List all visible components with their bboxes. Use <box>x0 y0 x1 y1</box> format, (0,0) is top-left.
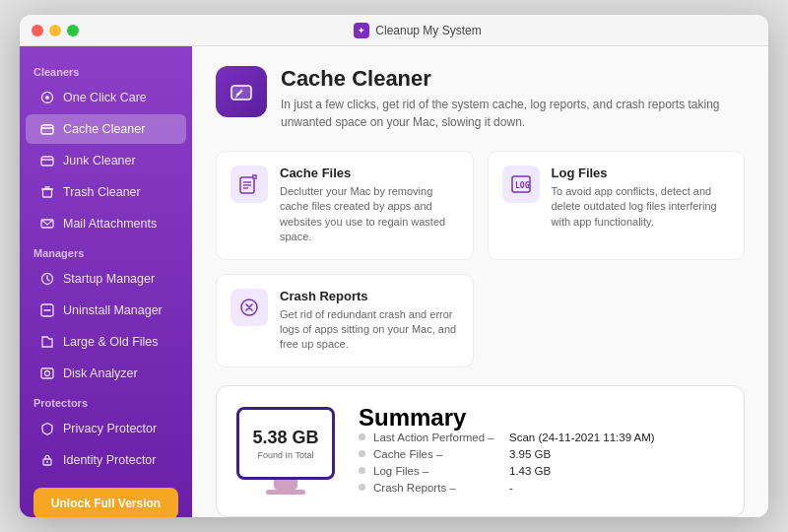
sidebar-item-uninstall-manager[interactable]: Uninstall Manager <box>26 296 186 325</box>
svg-text:LOG: LOG <box>515 181 530 190</box>
feature-title: Cache Files <box>280 166 459 180</box>
sidebar-bottom: Unlock Full Version <box>20 476 192 517</box>
sidebar-label: Large & Old Files <box>63 335 159 349</box>
svg-rect-4 <box>41 157 53 166</box>
sidebar-item-cache-cleaner[interactable]: Cache Cleaner <box>26 114 186 144</box>
summary-row-label: Log Files – <box>373 465 501 477</box>
summary-row-cache: Cache Files – 3.95 GB <box>359 448 655 460</box>
feature-card-cache-files: Cache Files Declutter your Mac by removi… <box>216 151 474 260</box>
svg-rect-13 <box>41 368 53 378</box>
cache-files-text: Cache Files Declutter your Mac by removi… <box>280 166 459 245</box>
managers-section-label: Managers <box>20 239 192 263</box>
sidebar-label: Trash Cleaner <box>63 185 141 199</box>
sidebar-label: Mail Attachments <box>63 217 157 231</box>
summary-row-value: 1.43 GB <box>509 465 551 477</box>
protectors-section-label: Protectors <box>20 389 192 413</box>
large-old-files-icon <box>39 334 55 350</box>
cache-cleaner-icon <box>39 121 55 137</box>
monitor-screen: 5.38 GB Found In Total <box>236 407 335 480</box>
unlock-full-version-button[interactable]: Unlock Full Version <box>33 488 178 517</box>
one-click-care-icon <box>39 90 55 105</box>
panel-header-icon <box>216 66 267 117</box>
summary-title: Summary <box>359 404 655 432</box>
summary-row-action: Last Action Performed – Scan (24-11-2021… <box>359 432 655 443</box>
sidebar-item-mail-attachments[interactable]: Mail Attachments <box>26 209 186 238</box>
feature-description: Get rid of redundant crash and error log… <box>280 307 459 353</box>
sidebar-label: Cache Cleaner <box>63 122 145 136</box>
panel-description: In just a few clicks, get rid of the sys… <box>281 96 745 131</box>
summary-box: 5.38 GB Found In Total Summary Last Acti… <box>216 385 745 517</box>
sidebar-item-trash-cleaner[interactable]: Trash Cleaner <box>26 177 186 207</box>
summary-monitor: 5.38 GB Found In Total <box>236 407 335 495</box>
privacy-protector-icon <box>39 421 55 436</box>
feature-title: Log Files <box>552 166 731 180</box>
close-button[interactable] <box>32 25 43 36</box>
summary-row-log: Log Files – 1.43 GB <box>359 465 655 477</box>
cleaners-section-label: Cleaners <box>20 58 192 82</box>
app-title: Cleanup My System <box>375 24 481 37</box>
feature-title: Crash Reports <box>280 289 459 303</box>
total-label: Found In Total <box>258 450 314 460</box>
feature-description: Declutter your Mac by removing cache fil… <box>280 184 459 245</box>
summary-details: Summary Last Action Performed – Scan (24… <box>359 404 655 499</box>
trash-cleaner-icon <box>39 184 55 200</box>
cache-files-icon <box>230 166 268 203</box>
summary-row-value: Scan (24-11-2021 11:39 AM) <box>509 432 655 443</box>
sidebar-label: Disk Analyzer <box>63 366 138 380</box>
sidebar-label: Junk Cleaner <box>63 154 136 167</box>
disk-analyzer-icon <box>39 366 55 381</box>
feature-card-crash-reports: Crash Reports Get rid of redundant crash… <box>216 274 474 367</box>
sidebar-item-privacy-protector[interactable]: Privacy Protector <box>26 414 186 443</box>
junk-cleaner-icon <box>39 153 55 168</box>
svg-point-16 <box>46 461 48 463</box>
app-icon: ✦ <box>354 23 369 38</box>
mail-icon <box>39 216 55 232</box>
log-files-icon: LOG <box>502 166 540 203</box>
summary-row-crash: Crash Reports – - <box>359 482 655 494</box>
monitor-base <box>266 490 305 495</box>
summary-row-label: Cache Files – <box>373 448 501 460</box>
svg-rect-6 <box>43 189 52 197</box>
total-size: 5.38 GB <box>252 428 318 448</box>
dot-icon <box>359 450 365 457</box>
summary-row-value: 3.95 GB <box>509 448 551 460</box>
svg-rect-2 <box>41 125 53 134</box>
sidebar-item-large-old-files[interactable]: Large & Old Files <box>26 327 186 357</box>
sidebar-item-startup-manager[interactable]: Startup Manager <box>26 264 186 294</box>
header-text: Cache Cleaner In just a few clicks, get … <box>281 66 745 131</box>
maximize-button[interactable] <box>67 25 79 36</box>
dot-icon <box>359 467 365 474</box>
traffic-lights <box>32 25 79 36</box>
log-files-text: Log Files To avoid app conflicts, detect… <box>552 166 731 230</box>
titlebar-title: ✦ Cleanup My System <box>79 23 756 38</box>
feature-card-log-files: LOG Log Files To avoid app conflicts, de… <box>488 151 746 260</box>
sidebar-item-junk-cleaner[interactable]: Junk Cleaner <box>26 146 186 175</box>
summary-row-label: Last Action Performed – <box>373 432 501 443</box>
titlebar: ✦ Cleanup My System <box>20 15 768 46</box>
feature-cards: Cache Files Declutter your Mac by removi… <box>216 151 745 367</box>
sidebar-label: Startup Manager <box>63 272 155 286</box>
main-content: Cleaners One Click Care Cache <box>20 46 768 517</box>
feature-description: To avoid app conflicts, detect and delet… <box>552 184 731 230</box>
sidebar-item-one-click-care[interactable]: One Click Care <box>26 83 186 112</box>
dot-icon <box>359 484 365 491</box>
crash-reports-text: Crash Reports Get rid of redundant crash… <box>280 289 459 353</box>
sidebar: Cleaners One Click Care Cache <box>20 46 192 517</box>
summary-row-label: Crash Reports – <box>373 482 501 494</box>
uninstall-manager-icon <box>39 302 55 318</box>
svg-point-1 <box>45 96 49 100</box>
identity-protector-icon <box>39 452 55 468</box>
svg-point-14 <box>45 371 50 376</box>
sidebar-item-identity-protector[interactable]: Identity Protector <box>26 445 186 475</box>
panel-header: Cache Cleaner In just a few clicks, get … <box>216 66 745 131</box>
sidebar-item-disk-analyzer[interactable]: Disk Analyzer <box>26 359 186 388</box>
summary-row-value: - <box>509 482 513 494</box>
app-window: ✦ Cleanup My System Cleaners One Click C… <box>20 15 768 517</box>
crash-reports-icon <box>230 289 268 326</box>
sidebar-label: Privacy Protector <box>63 422 157 435</box>
sidebar-label: One Click Care <box>63 91 147 104</box>
sidebar-label: Identity Protector <box>63 453 157 467</box>
startup-manager-icon <box>39 271 55 287</box>
minimize-button[interactable] <box>49 25 61 36</box>
main-panel: Cache Cleaner In just a few clicks, get … <box>192 46 768 517</box>
